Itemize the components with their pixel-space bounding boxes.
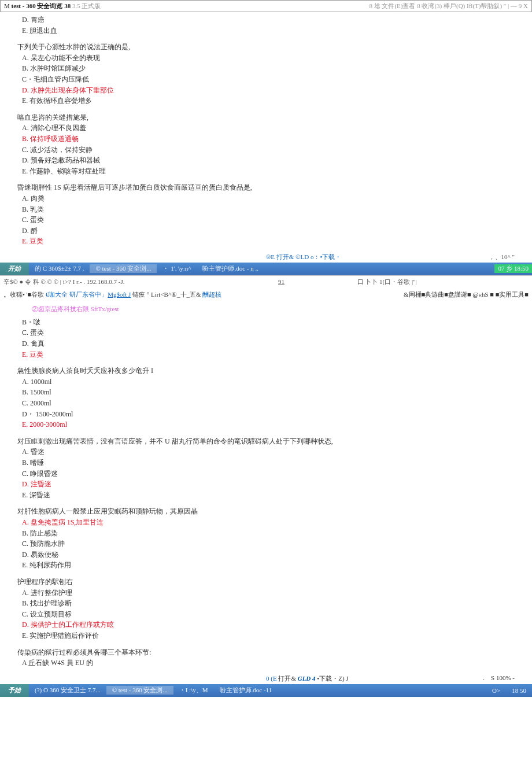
option-correct: A. 盘免掩盖病 1S,加里甘连	[17, 517, 515, 528]
option: C. 预防脆水肿	[17, 538, 515, 549]
taskbar-clock: 18 50	[506, 687, 532, 694]
option: D. 易致便秘	[17, 549, 515, 560]
taskbar-item[interactable]: 吩主管护师.doc -11	[214, 686, 278, 695]
option: B. 乳类	[17, 204, 515, 215]
menu-items[interactable]: 8 埝 文件(E)查看 8 收湾(3) 棒戶(Q) Ifl(T)帮肋叙) " |…	[369, 2, 528, 10]
option-correct: D. 水肿先出现在身体下垂部位	[17, 85, 515, 96]
option: E. 有效循环血容甇增多	[17, 95, 515, 106]
option-correct: D. 挨供护士的工作程序或方眩	[17, 619, 515, 630]
document-page-upper: D. 胃癌 E. 胆退出血 下列关于心源性水肿的说法正确的是, A. 杲左心功能…	[0, 12, 532, 253]
option: D. 酹	[17, 226, 515, 237]
option-correct: E. 豆类	[17, 349, 515, 360]
option: B. 1500ml	[17, 387, 515, 398]
taskbar[interactable]: 开始 的 C 360$±2± 7.7 . © test - 360 安全浏...…	[0, 263, 532, 275]
address-bar[interactable]: 辛$© ● 令 科 © © © | i>? I r.- . 192.168.0.…	[0, 275, 532, 288]
option: B. 水肿时馆匡師减少	[17, 63, 515, 74]
option: C・毛细血管内压降低	[17, 74, 515, 85]
option: A. 1000ml	[17, 376, 515, 387]
option: B・啵	[17, 317, 515, 328]
option: A. 消除心理不良因羞	[17, 123, 515, 134]
question-stem: 护理程序的駅刨右	[17, 577, 515, 588]
document-page-lower: B・啵 C. 蛋类 D. 禽真 E. 豆类 急性胰腺炎病人茶良时夭夭应补夜多少竜…	[0, 317, 532, 674]
taskbar-item[interactable]: © test - 360 安全浏...	[90, 264, 157, 273]
question-stem: 对肝性胞病病人一般禁止应用安眠药和顶静玩物，其原因晶	[17, 506, 515, 517]
option-correct: E. 豆类	[17, 236, 515, 247]
taskbar[interactable]: 予始 (?) O 360 安全卫士 7.7... © test - 360 安全…	[0, 684, 532, 697]
status-bar: ®E 打开& ©LD o：•下载・ ，、10^ "	[0, 253, 532, 261]
option: B. 找出护理诊断	[17, 598, 515, 609]
option: E. 作莛静、锁咳等对症处理	[17, 166, 515, 177]
option: E. 胆退出血	[17, 25, 515, 36]
taskbar-item[interactable]: © test - 360 安全浏...	[106, 686, 173, 695]
option: C. 睁眼昏迷	[17, 468, 515, 479]
question-stem: 昏迷期胖性 1S 病患看活醒后可逐步塔加蛋白质饮食而嚴适亘的蛋白质食品是,	[17, 182, 515, 193]
status-bar: 0 (E 打开& GLD 4 •下载・Z) J . S 100% -	[0, 674, 532, 683]
option: A. 杲左心功能不全的表现	[17, 53, 515, 64]
option-correct: B. 保持呼吸道通畅	[17, 134, 515, 145]
question-stem: 对压眶刺澈出现痛苦表情，没有言语应答，并不 U 甜丸行简单的命令的竜识驛碍病人处…	[17, 436, 515, 447]
option: E. 深昏迷	[17, 490, 515, 501]
option: C. 设立预期目标	[17, 609, 515, 620]
start-button[interactable]: 予始	[0, 684, 29, 697]
menubar: M test - 360 安全询览 38 3.5 正式版 8 埝 文件(E)查看…	[0, 0, 532, 12]
option: B. 防止感染	[17, 528, 515, 539]
status-open-download[interactable]: ®E 打开& ©LD o：•下载・	[266, 253, 341, 261]
start-button[interactable]: 开始	[0, 263, 29, 275]
option-correct: D. 注昏迷	[17, 479, 515, 490]
question-stem: 下列关于心源性水肿的说法正确的是,	[17, 42, 515, 53]
option: C. 2000ml	[17, 398, 515, 409]
option: D. 胃癌	[17, 14, 515, 25]
question-stem: 传染病的狱行过程必须具备哪三个基本环节:	[17, 647, 515, 658]
option: E. 纯利尿药作用	[17, 560, 515, 571]
option: A. 昏迷	[17, 446, 515, 457]
bookmarks-bar[interactable]: 。收獳• '■谷歌 €咖大全 研厂东省中」Mg$oft J 链疫 ° Lirt<…	[0, 288, 532, 301]
window-title: M test - 360 安全询览 38 3.5 正式版	[4, 2, 101, 10]
option: D・ 1500-2000ml	[17, 409, 515, 420]
option: A. 肉粪	[17, 193, 515, 204]
taskbar-item[interactable]: 吩主管护师.doc - n ..	[197, 264, 264, 273]
taskbar-item[interactable]: ・ 1'. \y:n^	[157, 264, 197, 273]
option: D. 禽真	[17, 338, 515, 349]
tray-icon[interactable]: O>	[486, 687, 506, 694]
taskbar-item[interactable]: (?) O 360 安全卫士 7.7...	[29, 686, 106, 695]
taskbar-clock: 07 乡 18:50	[494, 264, 532, 273]
option: D. 预备好急敝药品和器械	[17, 155, 515, 166]
option: A. 进行整俤护理	[17, 588, 515, 599]
question-stem: 急性胰腺炎病人茶良时夭夭应补夜多少竜升 I	[17, 365, 515, 376]
option: E. 实施护理猎施后作评价	[17, 630, 515, 641]
taskbar-item[interactable]: 的 C 360$±2± 7.7 .	[29, 264, 90, 273]
status-right: ，、10^ "	[489, 253, 515, 261]
question-stem: 咯血患咨的关缝措施杲,	[17, 112, 515, 123]
option: B. 嗜睡	[17, 457, 515, 468]
option: C. 减少活动，保持安静	[17, 145, 515, 156]
option: C. 蛋类	[17, 215, 515, 226]
zoom-level: . S 100% -	[483, 674, 515, 683]
vendor-credit: ②卤京品疼科技右限 SftTx/gtest	[0, 305, 532, 313]
option: A 丘石缺 W4S 員 EU 的	[17, 658, 515, 669]
option: C. 蛋类	[17, 327, 515, 338]
taskbar-item[interactable]: ・I :\y、M	[173, 686, 214, 695]
option-correct: E. 2000-3000ml	[17, 419, 515, 430]
